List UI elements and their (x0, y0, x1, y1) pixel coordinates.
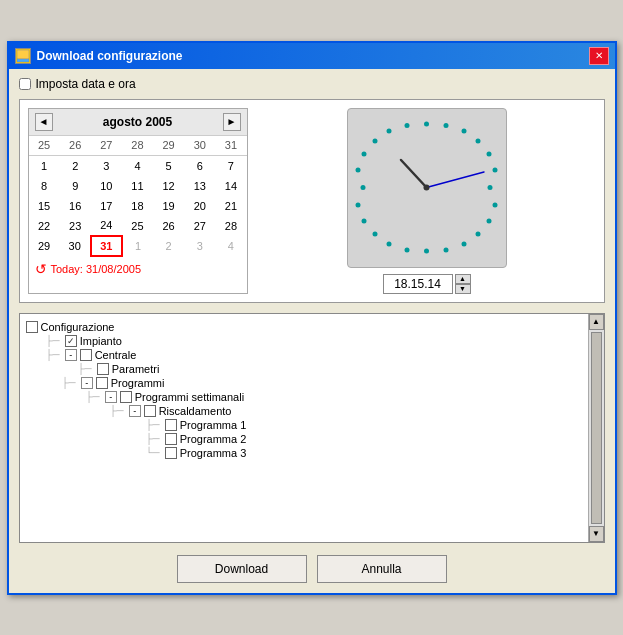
cal-day[interactable]: 10 (91, 176, 122, 196)
scroll-thumb[interactable] (591, 332, 602, 524)
datetime-checkbox[interactable] (19, 78, 31, 90)
cal-day[interactable]: 20 (184, 196, 215, 216)
tree-line-p3: └─ (146, 447, 160, 458)
cal-day[interactable]: 29 (29, 236, 60, 256)
cal-day[interactable]: 23 (60, 216, 91, 236)
cal-day[interactable]: 26 (153, 216, 184, 236)
cal-day[interactable]: 30 (60, 236, 91, 256)
cal-day[interactable]: 8 (29, 176, 60, 196)
tree-item-impianto: ├─ ✓ Impianto (26, 334, 584, 348)
tree-expand-ps[interactable]: - (105, 391, 117, 403)
tree-checkbox-configurazione[interactable] (26, 321, 38, 333)
cal-day[interactable]: 7 (215, 156, 246, 176)
tree-line-programmi: ├─ (62, 377, 76, 388)
cal-day[interactable]: 25 (122, 216, 153, 236)
cal-day[interactable]: 4 (122, 156, 153, 176)
tree-line-p2: ├─ (146, 433, 160, 444)
cal-day[interactable]: 1 (29, 156, 60, 176)
svg-point-25 (373, 139, 378, 144)
tree-line-parametri: ├─ (78, 363, 92, 374)
cal-day[interactable]: 16 (60, 196, 91, 216)
tree-checkbox-parametri[interactable] (97, 363, 109, 375)
cal-header-1: 25 (29, 136, 60, 156)
cal-day[interactable]: 19 (153, 196, 184, 216)
cal-day[interactable]: 22 (29, 216, 60, 236)
svg-point-14 (462, 242, 467, 247)
cal-day[interactable]: 2 (60, 156, 91, 176)
cal-day[interactable]: 12 (153, 176, 184, 196)
time-decrement-button[interactable]: ▼ (455, 284, 471, 294)
tree-label-parametri: Parametri (112, 363, 160, 375)
svg-rect-1 (17, 59, 29, 62)
main-window: Download configurazione ✕ Imposta data e… (7, 41, 617, 595)
svg-point-27 (405, 123, 410, 128)
cal-day[interactable]: 28 (215, 216, 246, 236)
tree-checkbox-programma3[interactable] (165, 447, 177, 459)
scroll-up-button[interactable]: ▲ (589, 314, 604, 330)
tree-expand-centrale[interactable]: - (65, 349, 77, 361)
tree-checkbox-programmi[interactable] (96, 377, 108, 389)
cal-day-other[interactable]: 4 (215, 236, 246, 256)
cal-day-other[interactable]: 2 (153, 236, 184, 256)
svg-point-10 (488, 185, 493, 190)
tree-item-configurazione: Configurazione (26, 320, 584, 334)
datetime-checkbox-row: Imposta data e ora (19, 77, 605, 91)
svg-point-18 (387, 242, 392, 247)
svg-point-13 (476, 232, 481, 237)
today-row: ↺ Today: 31/08/2005 (29, 257, 247, 281)
tree-label-impianto: Impianto (80, 335, 122, 347)
download-button[interactable]: Download (177, 555, 307, 583)
cal-header-7: 31 (215, 136, 246, 156)
scrollbar[interactable]: ▲ ▼ (588, 314, 604, 542)
cal-header-5: 29 (153, 136, 184, 156)
tree-item-programma1: ├─ Programma 1 (26, 418, 584, 432)
tree-checkbox-programma2[interactable] (165, 433, 177, 445)
close-button[interactable]: ✕ (589, 47, 609, 65)
cal-day[interactable]: 3 (91, 156, 122, 176)
window-controls: ✕ (589, 47, 609, 65)
cal-header-4: 28 (122, 136, 153, 156)
tree-label-programma2: Programma 2 (180, 433, 247, 445)
cal-day[interactable]: 5 (153, 156, 184, 176)
cal-day[interactable]: 17 (91, 196, 122, 216)
top-section: ◄ agosto 2005 ► 25 26 27 28 29 30 31 (19, 99, 605, 303)
cal-day-selected[interactable]: 31 (91, 236, 122, 256)
cal-day[interactable]: 21 (215, 196, 246, 216)
cancel-button[interactable]: Annulla (317, 555, 447, 583)
cal-day[interactable]: 9 (60, 176, 91, 196)
tree-expand-riscaldamento[interactable]: - (129, 405, 141, 417)
tree-checkbox-ps[interactable] (120, 391, 132, 403)
cal-day[interactable]: 11 (122, 176, 153, 196)
cal-day[interactable]: 27 (184, 216, 215, 236)
tree-item-programmi: ├─ - Programmi (26, 376, 584, 390)
next-month-button[interactable]: ► (223, 113, 241, 131)
cal-day-other[interactable]: 3 (184, 236, 215, 256)
titlebar: Download configurazione ✕ (9, 43, 615, 69)
cal-day[interactable]: 6 (184, 156, 215, 176)
prev-month-button[interactable]: ◄ (35, 113, 53, 131)
svg-point-26 (387, 129, 392, 134)
tree-label-programmi: Programmi (111, 377, 165, 389)
tree-checkbox-centrale[interactable] (80, 349, 92, 361)
today-icon: ↺ (35, 261, 47, 277)
cal-day[interactable]: 24 (91, 216, 122, 236)
svg-point-9 (493, 168, 498, 173)
time-input[interactable]: 18.15.14 (383, 274, 453, 294)
today-label: Today: 31/08/2005 (51, 263, 142, 275)
tree-checkbox-programma1[interactable] (165, 419, 177, 431)
scroll-down-button[interactable]: ▼ (589, 526, 604, 542)
svg-point-21 (356, 203, 361, 208)
clock-face: // dots will be drawn via JS below (347, 108, 507, 268)
tree-expand-programmi[interactable]: - (81, 377, 93, 389)
cal-day[interactable]: 13 (184, 176, 215, 196)
cal-day-other[interactable]: 1 (122, 236, 153, 256)
tree-item-programma3: └─ Programma 3 (26, 446, 584, 460)
tree-checkbox-riscaldamento[interactable] (144, 405, 156, 417)
tree-label-configurazione: Configurazione (41, 321, 115, 333)
time-increment-button[interactable]: ▲ (455, 274, 471, 284)
svg-point-23 (356, 168, 361, 173)
cal-day[interactable]: 15 (29, 196, 60, 216)
cal-day[interactable]: 18 (122, 196, 153, 216)
tree-checkbox-impianto[interactable]: ✓ (65, 335, 77, 347)
cal-day[interactable]: 14 (215, 176, 246, 196)
